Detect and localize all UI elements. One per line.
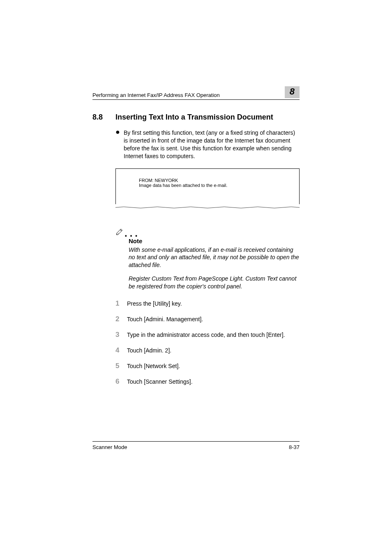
bullet-item: ● By first setting this function, text (…: [115, 129, 300, 160]
step-number: 1: [115, 299, 127, 308]
step-item: 3 Type in the administrator access code,…: [115, 331, 300, 339]
step-number: 5: [115, 362, 127, 370]
page-header: Performing an Internet Fax/IP Address FA…: [92, 86, 300, 100]
section-title: Inserting Text Into a Transmission Docum…: [115, 113, 273, 122]
step-text: Press the [Utility] key.: [127, 300, 182, 307]
bullet-icon: ●: [115, 129, 124, 160]
section-number: 8.8: [92, 113, 115, 122]
page-footer: Scanner Mode 8-37: [92, 441, 300, 450]
step-item: 5 Touch [Network Set].: [115, 362, 300, 370]
step-item: 1 Press the [Utility] key.: [115, 299, 300, 308]
step-text: Touch [Network Set].: [127, 363, 180, 369]
document-page: Performing an Internet Fax/IP Address FA…: [0, 0, 392, 555]
step-item: 2 Touch [Admini. Management].: [115, 315, 300, 323]
step-text: Type in the administrator access code, a…: [127, 332, 285, 338]
step-number: 4: [115, 346, 127, 355]
note-dots-icon: ...: [124, 231, 140, 236]
step-number: 2: [115, 315, 127, 323]
note-pencil-icon: [115, 228, 124, 236]
steps-list: 1 Press the [Utility] key. 2 Touch [Admi…: [115, 299, 300, 386]
chapter-number-badge: 8: [285, 86, 300, 98]
step-item: 4 Touch [Admin. 2].: [115, 346, 300, 355]
torn-edge-icon: [115, 206, 300, 209]
note-heading: Note: [129, 237, 300, 244]
section-heading: 8.8 Inserting Text Into a Transmission D…: [92, 113, 300, 122]
example-line-2: Image data has been attached to the e-ma…: [139, 183, 299, 188]
body-content: ● By first setting this function, text (…: [115, 129, 300, 386]
footer-right: 8-37: [289, 444, 300, 450]
note-paragraph-1: With some e-mail applications, if an e-m…: [129, 246, 300, 269]
example-box: FROM: NEWYORK Image data has been attach…: [115, 168, 300, 204]
note-icon-row: ...: [115, 228, 300, 236]
step-text: Touch [Admini. Management].: [127, 316, 203, 322]
step-text: Touch [Admin. 2].: [127, 347, 171, 354]
header-title: Performing an Internet Fax/IP Address FA…: [92, 92, 220, 98]
example-line-1: FROM: NEWYORK: [139, 178, 299, 183]
step-item: 6 Touch [Scanner Settings].: [115, 378, 300, 386]
step-text: Touch [Scanner Settings].: [127, 378, 193, 385]
footer-left: Scanner Mode: [92, 444, 127, 450]
bullet-text: By first setting this function, text (an…: [124, 129, 300, 160]
note-paragraph-2: Register Custom Text from PageScope Ligh…: [129, 275, 300, 290]
step-number: 6: [115, 378, 127, 386]
step-number: 3: [115, 331, 127, 339]
